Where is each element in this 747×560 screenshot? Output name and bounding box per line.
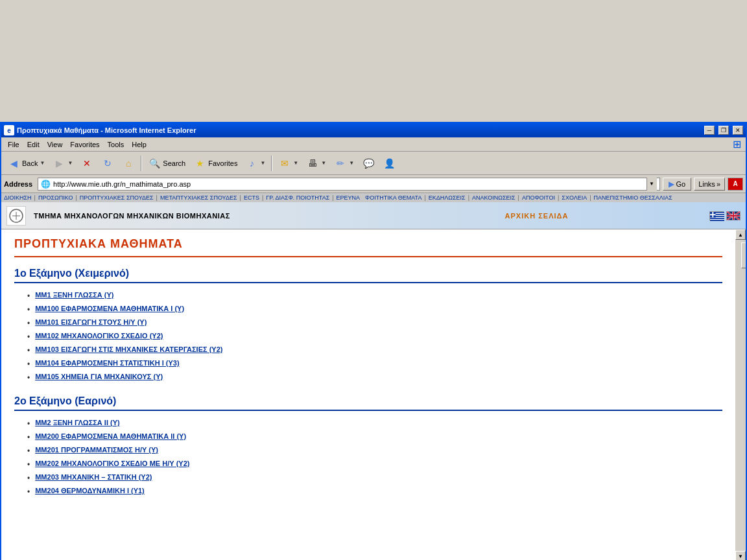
menu-view[interactable]: View [43, 139, 67, 150]
back-dropdown-arrow[interactable]: ▼ [40, 160, 45, 166]
list-item: • ΜΜ204 ΘΕΡΜΟΔΥΝΑΜΙΚΗ Ι (Υ1) [27, 487, 722, 496]
bullet-icon: • [27, 447, 30, 456]
refresh-button[interactable]: ↻ [98, 154, 117, 172]
nav-link-quality[interactable]: ΓΡ. ΔΙΑΣΦ. ΠΟΙΟΤΗΤΑΣ [266, 194, 329, 201]
media-dropdown-arrow[interactable]: ▼ [260, 160, 265, 166]
nav-link-postgrad[interactable]: ΜΕΤΑΠΤΥΧΙΑΚΕΣ ΣΠΟΥΔΕΣ [160, 194, 237, 201]
bullet-icon: • [27, 373, 30, 382]
go-button[interactable]: ▶ Go [663, 178, 692, 191]
favorites-button[interactable]: ★ Favorites [190, 154, 241, 172]
discuss-icon: 💬 [362, 157, 375, 170]
restore-button[interactable]: ❐ [718, 126, 729, 135]
media-button[interactable]: ♪ ▼ [242, 154, 268, 172]
nav-link-alumni[interactable]: ΑΠΟΦΟΙΤΟΙ [522, 194, 555, 201]
bullet-icon: • [27, 474, 30, 483]
links-label: Links [698, 180, 715, 188]
course-link[interactable]: ΜΜ103 ΕΙΣΑΓΩΓΗ ΣΤΙΣ ΜΗΧΑΝΙΚΕΣ ΚΑΤΕΡΓΑΣΙΕ… [35, 345, 222, 353]
course-link[interactable]: ΜΜ105 ΧΗΜΕΙΑ ΓΙΑ ΜΗΧΑΝΙΚΟΥΣ (Υ) [35, 373, 163, 380]
dept-header: ΤΜΗΜΑ ΜΗΧΑΝΟΛΟΓΩΝ ΜΗΧΑΝΙΚΩΝ ΒΙΟΜΗΧΑΝΙΑΣ … [1, 202, 746, 229]
links-arrow: » [717, 180, 720, 188]
uk-flag[interactable] [726, 211, 741, 220]
stop-icon: ✕ [80, 157, 93, 170]
acrobat-button[interactable]: A [728, 178, 743, 191]
close-button[interactable]: ✕ [733, 126, 743, 135]
course-link[interactable]: ΜΜ100 ΕΦΑΡΜΟΣΜΕΝΑ ΜΑΘΗΜΑΤΙΚΑ Ι (Υ) [35, 305, 184, 312]
forward-button[interactable]: ▶ ▼ [49, 154, 76, 172]
menu-edit[interactable]: Edit [23, 139, 43, 150]
course-link[interactable]: ΜΜ101 ΕΙΣΑΓΩΓΗ ΣΤΟΥΣ Η/Υ (Υ) [35, 318, 147, 326]
windows-logo-icon: ⊞ [730, 138, 743, 151]
home-button[interactable]: ⌂ [119, 154, 138, 172]
greek-flag[interactable] [709, 211, 724, 220]
nav-top-bar: ΔΙΟΙΚΗΣΗ | ΠΡΟΣΩΠΙΚΟ | ΠΡΟΠΤΥΧΙΑΚΕΣ ΣΠΟΥ… [1, 193, 746, 202]
messenger-button[interactable]: 👤 [379, 154, 399, 172]
edit-button[interactable]: ✏ ▼ [331, 154, 357, 172]
course-link[interactable]: ΜΜ104 ΕΦΑΡΜΟΣΜΕΝΗ ΣΤΑΤΙΣΤΙΚΗ Ι (Υ3) [35, 359, 179, 367]
dept-name: ΤΜΗΜΑ ΜΗΧΑΝΟΛΟΓΩΝ ΜΗΧΑΝΙΚΩΝ ΒΙΟΜΗΧΑΝΙΑΣ [34, 212, 364, 220]
nav-link-students[interactable]: ΦΟΙΤΗΤΙΚΑ ΘΕΜΑΤΑ [365, 194, 421, 201]
course-link[interactable]: ΜΜ201 ΠΡΟΓΡΑΜΜΑΤΙΣΜΟΣ Η/Υ (Υ) [35, 446, 158, 454]
svg-rect-10 [710, 220, 724, 221]
address-input[interactable] [53, 180, 643, 188]
main-content: ΠΡΟΠΤΥΧΙΑΚΑ ΜΑΘΗΜΑΤΑ 1ο Εξάμηνο (Χειμερι… [1, 229, 735, 560]
print-dropdown-arrow[interactable]: ▼ [321, 160, 326, 166]
course-link[interactable]: ΜΜ202 ΜΗΧΑΝΟΛΟΓΙΚΟ ΣΧΕΔΙΟ ΜΕ Η/Υ (Υ2) [35, 460, 189, 467]
scrollbar-thumb[interactable] [741, 242, 746, 268]
edit-icon: ✏ [334, 157, 347, 170]
address-dropdown-arrow[interactable]: ▼ [646, 178, 657, 191]
menu-tools[interactable]: Tools [104, 139, 128, 150]
dept-logo [6, 206, 26, 226]
nav-link-university[interactable]: ΠΑΝΕΠΙΣΤΗΜΙΟ ΘΕΣΣΑΛΙΑΣ [594, 194, 672, 201]
discuss-button[interactable]: 💬 [359, 154, 378, 172]
bullet-icon: • [27, 332, 30, 342]
minimize-button[interactable]: ─ [704, 126, 715, 135]
home-icon: ⌂ [122, 157, 135, 170]
messenger-icon: 👤 [383, 157, 396, 170]
nav-link-announcements[interactable]: ΑΝΑΚΟΙΝΩΣΕΙΣ [472, 194, 516, 201]
list-item: • ΜΜ105 ΧΗΜΕΙΑ ΓΙΑ ΜΗΧΑΝΙΚΟΥΣ (Υ) [27, 373, 722, 382]
course-link[interactable]: ΜΜ204 ΘΕΡΜΟΔΥΝΑΜΙΚΗ Ι (Υ1) [35, 487, 145, 495]
links-button[interactable]: Links » [694, 178, 725, 191]
scrollbar-down-button[interactable]: ▼ [735, 551, 746, 560]
nav-link-events[interactable]: ΕΚΔΗΛΩΣΕΙΣ [429, 194, 466, 201]
toolbar-separator-1 [141, 156, 142, 171]
menu-help[interactable]: Help [128, 139, 150, 150]
nav-link-undergrad[interactable]: ΠΡΟΠΤΥΧΙΑΚΕΣ ΣΠΟΥΔΕΣ [80, 194, 154, 201]
menu-file[interactable]: File [4, 139, 23, 150]
favorites-label: Favorites [208, 159, 237, 167]
edit-dropdown-arrow[interactable]: ▼ [349, 160, 354, 166]
course-link[interactable]: ΜΜ1 ΞΕΝΗ ΓΛΩΣΣΑ (Υ) [35, 291, 113, 299]
mail-icon: ✉ [278, 157, 291, 170]
nav-link-personal[interactable]: ΠΡΟΣΩΠΙΚΟ [38, 194, 73, 201]
menubar: File Edit View Favorites Tools Help ⊞ [1, 137, 746, 152]
search-label: Search [163, 159, 185, 167]
nav-link-ects[interactable]: ECTS [244, 194, 259, 201]
back-button[interactable]: ◀ Back ▼ [4, 154, 48, 172]
toolbar: ◀ Back ▼ ▶ ▼ ✕ ↻ ⌂ 🔍 Search ★ Favori [1, 152, 746, 175]
nav-link-research[interactable]: ΕΡΕΥΝΑ [337, 194, 361, 201]
fwd-dropdown-arrow[interactable]: ▼ [67, 160, 73, 166]
course-link[interactable]: ΜΜ203 ΜΗΧΑΝΙΚΗ – ΣΤΑΤΙΚΗ (Υ2) [35, 473, 152, 481]
dept-flags [709, 211, 741, 220]
bullet-icon: • [27, 360, 30, 369]
scrollbar-up-button[interactable]: ▲ [735, 229, 746, 240]
svg-rect-13 [710, 214, 716, 215]
semester-1-heading: 1ο Εξάμηνο (Χειμερινό) [14, 268, 722, 283]
mail-button[interactable]: ✉ ▼ [275, 154, 302, 172]
bullet-icon: • [27, 292, 30, 301]
list-item: • ΜΜ203 ΜΗΧΑΝΙΚΗ – ΣΤΑΤΙΚΗ (Υ2) [27, 473, 722, 483]
nav-link-schools[interactable]: ΣΧΟΛΕΙΑ [562, 194, 587, 201]
list-item: • ΜΜ1 ΞΕΝΗ ΓΛΩΣΣΑ (Υ) [27, 291, 722, 301]
stop-button[interactable]: ✕ [77, 154, 97, 172]
search-button[interactable]: 🔍 Search [145, 154, 189, 172]
mail-dropdown-arrow[interactable]: ▼ [293, 160, 298, 166]
menu-favorites[interactable]: Favorites [66, 139, 103, 150]
course-link[interactable]: ΜΜ102 ΜΗΧΑΝΟΛΟΓΙΚΟ ΣΧΕΔΙΟ (Υ2) [35, 332, 163, 340]
list-item: • ΜΜ2 ΞΕΝΗ ΓΛΩΣΣΑ ΙΙ (Υ) [27, 419, 722, 428]
print-button[interactable]: 🖶 ▼ [303, 154, 329, 172]
bullet-icon: • [27, 460, 30, 469]
course-link[interactable]: ΜΜ200 ΕΦΑΡΜΟΣΜΕΝΑ ΜΑΘΗΜΑΤΙΚΑ ΙΙ (Υ) [35, 432, 186, 440]
window-title: Προπτυχιακά Μαθήματα - Microsoft Interne… [17, 126, 700, 134]
course-link[interactable]: ΜΜ2 ΞΕΝΗ ΓΛΩΣΣΑ ΙΙ (Υ) [35, 419, 119, 426]
nav-link-admin[interactable]: ΔΙΟΙΚΗΣΗ [4, 194, 32, 201]
